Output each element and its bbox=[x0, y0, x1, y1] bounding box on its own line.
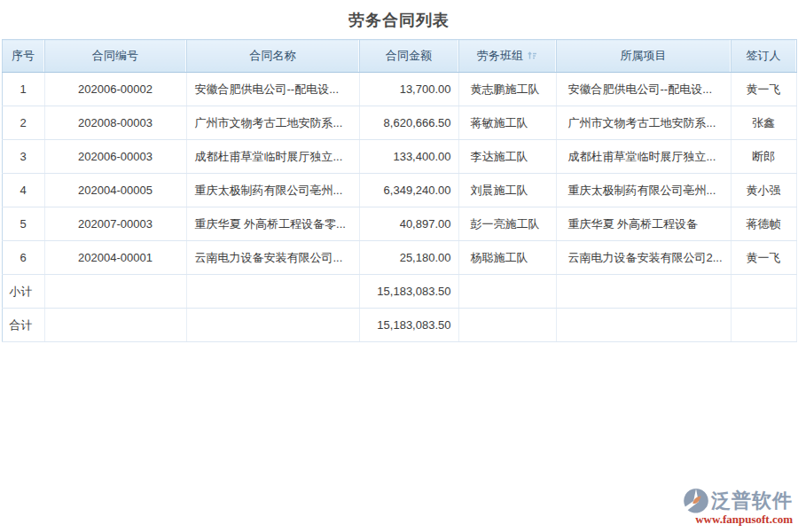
table-row: 3 202006-00003 成都杜甫草堂临时展厅独立... 133,400.0… bbox=[2, 140, 796, 174]
cell-signer: 黄一飞 bbox=[731, 241, 796, 275]
cell-contract-no[interactable]: 202006-00003 bbox=[44, 140, 186, 174]
cell-signer: 断郎 bbox=[731, 140, 796, 174]
cell-labor-team[interactable]: 蒋敏施工队 bbox=[458, 106, 556, 140]
table-body: 1 202006-00002 安徽合肥供电公司--配电设... 13,700.0… bbox=[2, 73, 796, 275]
cell-contract-name[interactable]: 云南电力设备安装有限公司... bbox=[186, 241, 359, 275]
brand-name: 泛普软件 bbox=[711, 488, 793, 514]
cell-project[interactable]: 重庆太极制药有限公司亳州... bbox=[556, 174, 731, 207]
cell-labor-team[interactable]: 杨聪施工队 bbox=[458, 241, 556, 275]
cell-index: 2 bbox=[2, 106, 44, 140]
cell-amount: 13,700.00 bbox=[359, 73, 458, 106]
total-label: 合计 bbox=[2, 309, 44, 342]
table-row: 6 202004-00001 云南电力设备安装有限公司... 25,180.00… bbox=[2, 241, 796, 275]
cell-project[interactable]: 云南电力设备安装有限公司2... bbox=[556, 241, 731, 275]
cell-amount: 8,620,666.50 bbox=[359, 106, 458, 140]
cell-index: 6 bbox=[2, 241, 44, 275]
cell-contract-name[interactable]: 成都杜甫草堂临时展厅独立... bbox=[186, 140, 359, 174]
cell-signer: 张鑫 bbox=[731, 106, 796, 140]
sort-icon[interactable] bbox=[528, 50, 537, 63]
table-row: 5 202007-00003 重庆华夏 外高桥工程设备零... 40,897.0… bbox=[2, 207, 796, 241]
cell-contract-name[interactable]: 重庆太极制药有限公司亳州... bbox=[186, 174, 359, 207]
cell-labor-team[interactable]: 彭一亮施工队 bbox=[458, 207, 556, 241]
col-header-contract-no: 合同编号 bbox=[44, 40, 186, 73]
cell-contract-no[interactable]: 202004-00005 bbox=[44, 174, 186, 207]
cell-labor-team[interactable]: 黄志鹏施工队 bbox=[458, 73, 556, 106]
brand-url[interactable]: www.fanpusoft.com bbox=[695, 512, 793, 527]
subtotal-label: 小计 bbox=[2, 275, 44, 309]
col-header-index: 序号 bbox=[2, 40, 44, 73]
col-header-amount: 合同金额 bbox=[359, 40, 458, 73]
table-header-row: 序号 合同编号 合同名称 合同金额 劳务班组 所属项目 签订人 bbox=[2, 40, 796, 73]
table-row: 2 202008-00003 广州市文物考古工地安防系... 8,620,666… bbox=[2, 106, 796, 140]
cell-project[interactable]: 成都杜甫草堂临时展厅独立... bbox=[556, 140, 731, 174]
cell-project[interactable]: 重庆华夏 外高桥工程设备 bbox=[556, 207, 731, 241]
cell-labor-team[interactable]: 刘晨施工队 bbox=[458, 174, 556, 207]
fanpu-logo-icon bbox=[683, 488, 709, 514]
cell-index: 4 bbox=[2, 174, 44, 207]
cell-signer: 黄一飞 bbox=[731, 73, 796, 106]
cell-amount: 25,180.00 bbox=[359, 241, 458, 275]
cell-signer: 黄小强 bbox=[731, 174, 796, 207]
cell-contract-name[interactable]: 广州市文物考古工地安防系... bbox=[186, 106, 359, 140]
cell-labor-team[interactable]: 李达施工队 bbox=[458, 140, 556, 174]
cell-index: 5 bbox=[2, 207, 44, 241]
col-header-labor-team[interactable]: 劳务班组 bbox=[458, 40, 556, 73]
cell-project[interactable]: 安徽合肥供电公司--配电设... bbox=[556, 73, 731, 106]
col-header-contract-name: 合同名称 bbox=[186, 40, 359, 73]
cell-amount: 133,400.00 bbox=[359, 140, 458, 174]
cell-contract-name[interactable]: 重庆华夏 外高桥工程设备零... bbox=[186, 207, 359, 241]
subtotal-row: 小计 15,183,083.50 bbox=[2, 275, 796, 309]
total-amount: 15,183,083.50 bbox=[359, 309, 458, 342]
cell-index: 1 bbox=[2, 73, 44, 106]
cell-amount: 6,349,240.00 bbox=[359, 174, 458, 207]
page-title: 劳务合同列表 bbox=[0, 0, 798, 39]
cell-contract-name[interactable]: 安徽合肥供电公司--配电设... bbox=[186, 73, 359, 106]
cell-amount: 40,897.00 bbox=[359, 207, 458, 241]
table-row: 1 202006-00002 安徽合肥供电公司--配电设... 13,700.0… bbox=[2, 73, 796, 106]
cell-contract-no[interactable]: 202006-00002 bbox=[44, 73, 186, 106]
subtotal-amount: 15,183,083.50 bbox=[359, 275, 458, 309]
cell-contract-no[interactable]: 202008-00003 bbox=[44, 106, 186, 140]
col-header-project: 所属项目 bbox=[556, 40, 731, 73]
cell-contract-no[interactable]: 202007-00003 bbox=[44, 207, 186, 241]
cell-index: 3 bbox=[2, 140, 44, 174]
cell-contract-no[interactable]: 202004-00001 bbox=[44, 241, 186, 275]
brand-footer: 泛普软件 www.fanpusoft.com bbox=[683, 488, 793, 527]
labor-contract-table: 序号 合同编号 合同名称 合同金额 劳务班组 所属项目 签订人 1 202006… bbox=[2, 39, 797, 342]
cell-project[interactable]: 广州市文物考古工地安防系... bbox=[556, 106, 731, 140]
table-row: 4 202004-00005 重庆太极制药有限公司亳州... 6,349,240… bbox=[2, 174, 796, 207]
cell-signer: 蒋德帧 bbox=[731, 207, 796, 241]
total-row: 合计 15,183,083.50 bbox=[2, 309, 796, 342]
col-header-signer: 签订人 bbox=[731, 40, 796, 73]
